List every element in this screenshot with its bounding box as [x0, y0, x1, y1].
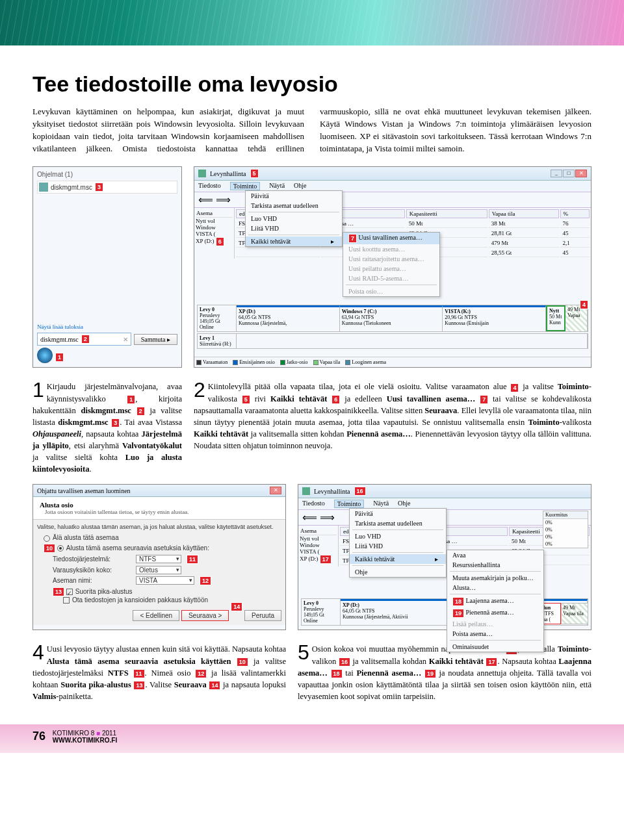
intro-paragraph: Levykuvan käyttäminen on helpompaa, kun … — [32, 106, 592, 155]
badge-3: 3 — [95, 183, 103, 192]
tasks-submenu: 7 Uusi tavallinen asema… Uusi kootttu as… — [343, 232, 440, 297]
menu-file[interactable]: Tiedosto — [302, 500, 325, 508]
window-titlebar[interactable]: Levynhallinta 5 _ □ ✕ — [194, 167, 591, 181]
menu-item[interactable]: Liitä VHD — [246, 223, 342, 233]
unallocated-space[interactable]: 4 49 MtVapaa — [566, 305, 588, 331]
menu-action[interactable]: Toiminto — [230, 182, 261, 190]
vol-row[interactable]: Nytt vol — [196, 218, 233, 224]
menu-item: Uusi kootttu asema… — [343, 244, 439, 254]
check-quick-format[interactable]: 13 Suorita pika-alustus — [53, 587, 281, 596]
step-1-caption: 1 Kirjaudu järjestelmänvalvojana, avaa k… — [32, 381, 182, 475]
app-icon — [302, 487, 310, 495]
badge-7: 7 — [348, 234, 357, 243]
window-title-text: Levynhallinta — [314, 488, 350, 495]
combo-fs[interactable]: NTFS — [136, 555, 181, 563]
cancel-button[interactable]: Peruuta — [244, 610, 281, 621]
field-filesystem: Tiedostojärjestelmä: NTFS 11 — [53, 555, 281, 564]
vol-row[interactable]: Window — [196, 224, 233, 231]
badge-4: 4 — [580, 300, 588, 309]
step-5-caption: 5 Osion kokoa voi muuttaa myöhemmin naps… — [298, 643, 592, 702]
badge-19: 19 — [452, 609, 464, 618]
start-result-label: diskmgmt.msc — [51, 184, 92, 191]
start-search-input[interactable]: diskmgmt.msc 2 ✕ — [37, 333, 131, 346]
field-volname: Aseman nimi: VISTA 12 — [53, 576, 281, 585]
radio-no-format[interactable]: Älä alusta tätä asemaa — [44, 534, 281, 541]
vol-row[interactable]: VISTA ( — [196, 231, 233, 237]
file-icon — [39, 183, 48, 192]
menu-item: Uusi peilattu asema… — [343, 264, 439, 274]
menu-help[interactable]: Ohje — [294, 182, 306, 190]
close-button[interactable]: ✕ — [270, 487, 281, 494]
wizard-heading: Alusta osio — [40, 501, 279, 509]
window-buttons: _ □ ✕ — [551, 170, 587, 177]
partition[interactable]: Windows 7 (C:)63,94 Gt NTFSKunnossa (Tie… — [340, 305, 443, 331]
article-title: Tee tiedostoille oma levyosio — [32, 71, 592, 97]
page-content: Tee tiedostoille oma levyosio Levykuvan … — [0, 45, 624, 724]
minimize-button[interactable]: _ — [551, 170, 562, 177]
decorative-top-banner — [0, 0, 624, 45]
close-button[interactable]: ✕ — [575, 170, 587, 177]
shutdown-button[interactable]: Sammuta ▸ — [134, 334, 177, 345]
menu-item[interactable]: Tarkista asemat uudelleen — [246, 201, 342, 210]
wizard-subheading: Jotta osioon voitaisiin tallentaa tietoa… — [45, 509, 279, 515]
disk-0-row: Levy 0 Peruslevy 149,05 Gt Online XP (D:… — [197, 305, 588, 332]
badge-16: 16 — [354, 487, 366, 496]
check-compression[interactable]: Ota tiedostojen ja kansioiden pakkaus kä… — [63, 596, 281, 604]
field-allocation: Varausyksikön koko: Oletus — [53, 566, 281, 574]
next-button[interactable]: Seuraava > — [181, 610, 229, 621]
vol-row[interactable]: XP (D:) 6 — [196, 237, 233, 246]
badge-12: 12 — [200, 576, 211, 585]
screenshot-disk-management-2: Levynhallinta 16 Tiedosto Toiminto Näytä… — [298, 484, 592, 630]
back-button[interactable]: < Edellinen — [133, 610, 179, 621]
menu-file[interactable]: Tiedosto — [198, 182, 221, 190]
menu-help[interactable]: Ohje — [398, 500, 410, 508]
screenshot-start-menu: Ohjelmat (1) diskmgmt.msc 3 Näytä lisää … — [32, 166, 182, 368]
page-footer: 76 KOTIMIKRO 8 ■ 2011 WWW.KOTIMIKRO.FI — [0, 724, 624, 753]
screenshot-format-wizard: Ohjattu tavallisen aseman luominen ✕ Alu… — [32, 484, 286, 630]
disk-1-row: Levy 1Siirrettävä (H:) — [197, 333, 588, 349]
menu-view[interactable]: Näytä — [373, 500, 389, 508]
start-orb-icon[interactable] — [37, 348, 53, 363]
badge-14: 14 — [231, 602, 242, 611]
badge-2: 2 — [81, 335, 90, 344]
menu-item: Uusi RAID-5-asema… — [343, 274, 439, 283]
partition[interactable]: Nytt50 MtKunn — [546, 305, 566, 331]
maximize-button[interactable]: □ — [563, 170, 575, 177]
input-volname[interactable]: VISTA — [136, 576, 194, 585]
action-dropdown: Päivitä Tarkista asemat uudelleen Luo VH… — [245, 190, 343, 247]
menu-action[interactable]: Toiminto — [334, 500, 365, 508]
badge-11: 11 — [187, 555, 198, 564]
start-programs-heading: Ohjelmat (1) — [37, 171, 177, 178]
menu-item[interactable]: Päivitä — [246, 191, 342, 201]
menu-item-new-simple[interactable]: 7 Uusi tavallinen asema… — [343, 233, 439, 244]
menu-item: Uusi raitasarjoitettu asema… — [343, 254, 439, 264]
badge-1: 1 — [55, 353, 64, 362]
app-icon — [198, 170, 206, 177]
screenshot-disk-management-1: Levynhallinta 5 _ □ ✕ Tiedosto Toiminto … — [194, 166, 592, 368]
menu-item-all-tasks[interactable]: Kaikki tehtävät ▸ — [246, 236, 342, 246]
partition[interactable]: XP (D:)64,05 Gt NTFSKunnossa (Järjestelm… — [237, 305, 340, 331]
vol-col-header: Asema — [196, 209, 233, 218]
radio-format-with[interactable]: 10 Alusta tämä asema seuraavia asetuksia… — [44, 544, 281, 553]
see-more-results-link[interactable]: Näytä lisää tuloksia — [37, 324, 177, 330]
badge-6: 6 — [216, 237, 224, 246]
disk-legend: Varaamaton Ensisijainen osio Jatko-osio … — [194, 357, 591, 367]
badge-13: 13 — [53, 587, 64, 596]
menu-item: Poista osio… — [343, 286, 439, 296]
step-2-caption: 2 Kiintolevyllä pitää olla vapaata tilaa… — [194, 381, 592, 452]
menu-item[interactable]: Luo VHD — [246, 214, 342, 223]
window-title-text: Levynhallinta — [210, 170, 246, 177]
menu-view[interactable]: Näytä — [269, 182, 285, 190]
badge-18: 18 — [452, 597, 464, 606]
partition[interactable]: VISTA (K:)20,96 Gt NTFSKunnossa (Ensisij… — [443, 305, 546, 331]
combo-alloc[interactable]: Oletus — [136, 566, 181, 574]
badge-10: 10 — [44, 544, 55, 553]
step-4-caption: 4 Uusi levyosio täytyy alustaa ennen kui… — [32, 643, 286, 702]
start-result-item[interactable]: diskmgmt.msc 3 — [37, 181, 177, 194]
badge-5: 5 — [250, 169, 259, 178]
badge-17: 17 — [320, 555, 332, 564]
wizard-title: Ohjattu tavallisen aseman luominen — [37, 487, 131, 494]
